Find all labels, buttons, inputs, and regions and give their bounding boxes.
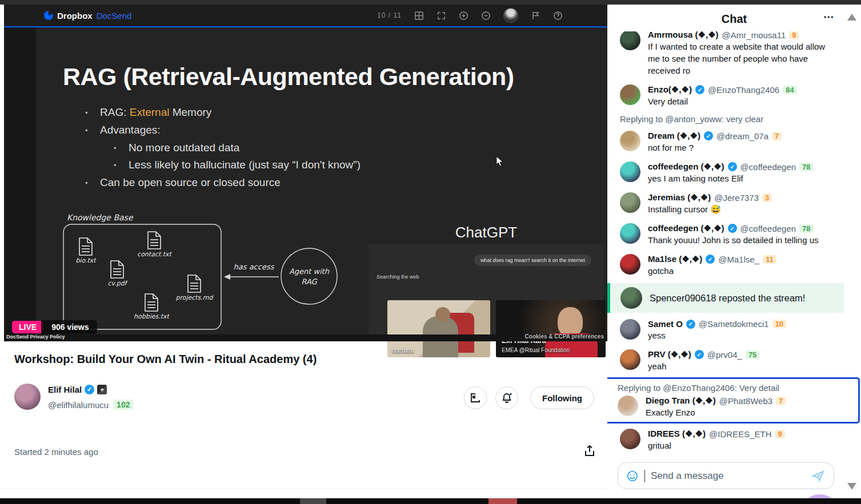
host-avatar[interactable] bbox=[14, 384, 41, 410]
webcam-speaker-head bbox=[558, 307, 583, 337]
flag-icon[interactable] bbox=[531, 11, 540, 21]
presenter-avatar[interactable] bbox=[503, 8, 518, 23]
chat-username[interactable]: PRV (❖,❖) bbox=[648, 349, 691, 360]
chat-message-text: If I wanted to create a website that wou… bbox=[648, 41, 838, 76]
chat-handle[interactable]: @coffeedegen bbox=[740, 162, 796, 172]
dropbox-docsend-brand: Dropbox DocSend bbox=[44, 11, 131, 21]
verified-badge-icon: ✓ bbox=[706, 255, 715, 264]
chat-avatar[interactable] bbox=[620, 192, 640, 213]
privacy-policy-link[interactable]: DocSend Privacy Policy bbox=[6, 334, 65, 340]
chat-handle[interactable]: @EnzoThang2406 bbox=[708, 85, 779, 95]
scrollbar-down-arrow[interactable] bbox=[847, 483, 856, 490]
chat-username[interactable]: Dream (❖,❖) bbox=[648, 131, 700, 141]
verified-badge-icon: ✓ bbox=[695, 350, 704, 359]
share-button[interactable] bbox=[583, 444, 596, 458]
dropbox-logo-icon bbox=[44, 11, 53, 20]
chat-avatar[interactable] bbox=[618, 396, 638, 416]
chat-avatar[interactable] bbox=[620, 84, 640, 105]
chat-avatar[interactable] bbox=[620, 31, 640, 50]
webcam-speaker-role: EMEA @Ritual Foundation bbox=[502, 347, 570, 353]
file-label: contact.txt bbox=[137, 251, 172, 258]
chat-username[interactable]: Samet O bbox=[648, 319, 683, 329]
chat-message[interactable]: Jeremias (❖,❖)@Jere73733Installing curso… bbox=[607, 188, 844, 219]
chat-avatar[interactable] bbox=[620, 162, 640, 182]
chat-avatar[interactable] bbox=[620, 131, 640, 151]
chat-message[interactable]: IDREES (❖,❖)@IDREES_ETH9gritual bbox=[607, 425, 844, 455]
chat-avatar[interactable] bbox=[620, 254, 640, 275]
chat-handle[interactable]: @prv04_ bbox=[707, 350, 742, 360]
chat-handle[interactable]: @Phat8Web3 bbox=[719, 396, 772, 406]
reply-context: Replying to @EnzoThang2406: Very detail bbox=[609, 380, 858, 396]
chat-message-text: gotcha bbox=[648, 265, 838, 277]
chat-username[interactable]: Ma1lse (❖,❖) bbox=[648, 254, 702, 264]
chat-username[interactable]: IDREES (❖,❖) bbox=[648, 429, 706, 439]
chat-message[interactable]: Dream (❖,❖)✓@dream_07a7not for me ? bbox=[607, 127, 844, 158]
highlighted-message-box[interactable]: Replying to @EnzoThang2406: Very detailD… bbox=[607, 377, 860, 424]
top-window-strip bbox=[0, 0, 861, 5]
chat-message[interactable]: Ma1lse (❖,❖)✓@Ma1lse_11gotcha bbox=[607, 250, 844, 281]
chat-username[interactable]: Amrmousa (❖,❖) bbox=[648, 31, 719, 40]
chat-more-icon[interactable]: ⋯ bbox=[823, 10, 835, 23]
chat-username[interactable]: coffeedegen (❖,❖) bbox=[648, 162, 724, 172]
chat-avatar[interactable] bbox=[620, 319, 640, 340]
chat-count-badge: 7 bbox=[776, 397, 786, 405]
help-icon[interactable] bbox=[553, 11, 563, 21]
views-count: 906 views bbox=[41, 320, 97, 334]
bottom-taskbar bbox=[0, 498, 861, 504]
following-button[interactable]: Following bbox=[530, 386, 594, 409]
chat-avatar[interactable] bbox=[620, 287, 642, 309]
file-icon bbox=[111, 261, 123, 278]
webcam-left-label: cozfuttu bbox=[392, 347, 414, 354]
chat-handle[interactable]: @IDREES_ETH bbox=[709, 429, 771, 439]
chat-message[interactable]: coffeedegen (❖,❖)✓@coffeedegen78yes I am… bbox=[607, 158, 844, 188]
chat-message-text: Exactly Enzo bbox=[646, 406, 852, 418]
chat-handle[interactable]: @Jere7373 bbox=[714, 193, 759, 203]
chat-avatar[interactable] bbox=[620, 223, 640, 244]
chat-input[interactable]: Send a message bbox=[618, 462, 834, 489]
zoom-in-icon[interactable] bbox=[459, 11, 468, 21]
chat-username[interactable]: coffeedegen (❖,❖) bbox=[648, 223, 724, 233]
chat-username[interactable]: Jeremias (❖,❖) bbox=[648, 192, 711, 203]
taskbar-segment bbox=[300, 498, 326, 504]
chat-username[interactable]: Diego Tran (❖,❖) bbox=[646, 396, 716, 406]
file-icon bbox=[148, 232, 161, 249]
scrollbar-up-arrow[interactable] bbox=[847, 14, 856, 21]
fullscreen-icon[interactable] bbox=[436, 11, 446, 21]
chat-message-text: Installing cursor 😅 bbox=[648, 203, 838, 215]
chat-message[interactable]: coffeedegen (❖,❖)✓@coffeedegen78Thank yo… bbox=[607, 219, 844, 250]
chat-count-badge: 3 bbox=[762, 193, 772, 202]
emoji-picker-icon[interactable] bbox=[626, 470, 639, 482]
chat-message[interactable]: Samet O✓@Sametdokmeci110yess bbox=[607, 315, 844, 345]
slide-highlight-external: External bbox=[130, 106, 170, 118]
host-handle[interactable]: @elifhilalumucu bbox=[48, 400, 109, 410]
has-access-label: has access bbox=[234, 263, 275, 271]
chat-username[interactable]: Enzo(❖,❖) bbox=[648, 84, 692, 95]
webcam-elif: Elif Hilal Kara EMEA @Ritual Foundation bbox=[496, 300, 606, 357]
chat-handle[interactable]: @Amr_mousa11 bbox=[722, 31, 786, 40]
slide-title: RAG (Retrieval-Augmented Generation) bbox=[63, 63, 514, 91]
chat-message[interactable]: Diego Tran (❖,❖)@Phat8Web37Exactly Enzo bbox=[609, 396, 858, 420]
stream-info-section: Workshop: Build Your Own AI Twin - Ritua… bbox=[0, 341, 607, 498]
chat-avatar[interactable] bbox=[620, 429, 640, 449]
chat-message-text: Very detail bbox=[648, 95, 838, 107]
chat-message[interactable]: PRV (❖,❖)✓@prv04_75yeah bbox=[607, 345, 844, 376]
notify-bell-button[interactable] bbox=[495, 386, 518, 409]
picture-in-picture-button[interactable] bbox=[464, 386, 487, 409]
chat-message[interactable]: Enzo(❖,❖)✓@EnzoThang240684Very detail bbox=[607, 80, 844, 111]
grid-view-icon[interactable] bbox=[414, 11, 424, 21]
chat-message[interactable]: Amrmousa (❖,❖)@Amr_mousa119If I wanted t… bbox=[607, 31, 844, 80]
chat-handle[interactable]: @Ma1lse_ bbox=[718, 255, 759, 264]
chat-message-list[interactable]: Amrmousa (❖,❖)@Amr_mousa119If I wanted t… bbox=[607, 31, 861, 459]
cookies-preferences-link[interactable]: Cookies & CCPA preferences bbox=[525, 333, 604, 340]
send-message-icon[interactable] bbox=[811, 469, 826, 483]
chat-handle[interactable]: @Sametdokmeci1 bbox=[699, 319, 769, 329]
chat-avatar[interactable] bbox=[620, 349, 640, 370]
chat-header: Chat ⋯ bbox=[607, 5, 861, 31]
chat-handle[interactable]: @dream_07a bbox=[716, 131, 768, 141]
host-name[interactable]: Elif Hilal bbox=[48, 385, 82, 394]
docsend-footer-strip: DocSend Privacy Policy Cookies & CCPA pr… bbox=[4, 334, 607, 341]
repost-text: Spencer090618 reposted the stream! bbox=[650, 293, 805, 304]
chat-handle[interactable]: @coffeedegen bbox=[740, 224, 796, 233]
zoom-out-icon[interactable] bbox=[481, 11, 491, 21]
file-label: bio.txt bbox=[75, 257, 97, 264]
